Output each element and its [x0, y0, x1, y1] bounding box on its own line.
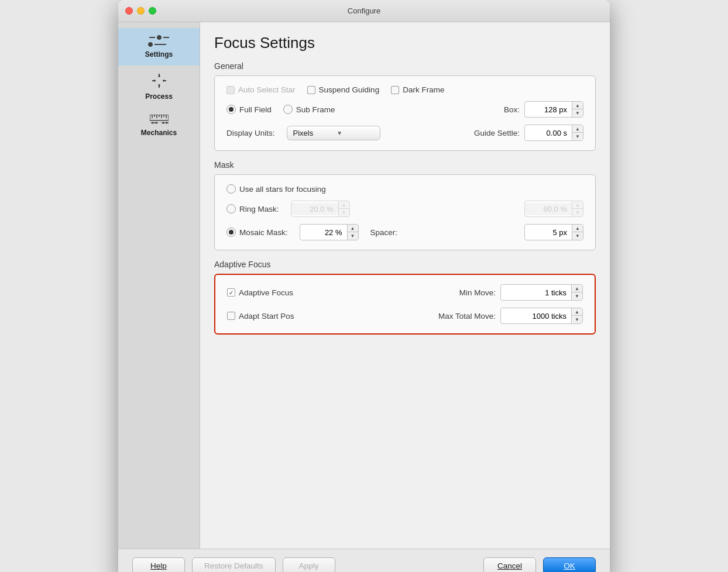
max-total-move-input[interactable]: 1000 ticks: [501, 310, 571, 322]
restore-defaults-button[interactable]: Restore Defaults: [192, 557, 276, 572]
process-icon: [151, 73, 167, 89]
guide-settle-input[interactable]: 0.00 s: [525, 127, 572, 139]
maximize-button[interactable]: [149, 7, 156, 15]
adaptive-focus-outer-label: Adaptive Focus: [214, 260, 596, 269]
use-all-stars-group: Use all stars for focusing: [226, 184, 326, 194]
content-area: Focus Settings General Auto Select Star …: [200, 22, 610, 549]
sub-frame-label: Sub Frame: [296, 105, 335, 114]
use-all-stars-radio[interactable]: [226, 184, 236, 194]
spacer-label: Spacer:: [370, 228, 398, 237]
mosaic-mask-label: Mosaic Mask:: [239, 228, 288, 237]
ring-mask-spin-down-2[interactable]: ▼: [572, 209, 583, 216]
sidebar-item-settings[interactable]: Settings: [118, 28, 200, 66]
window-title: Configure: [348, 6, 380, 15]
close-button[interactable]: [125, 7, 133, 15]
ring-mask-spin-down-1[interactable]: ▼: [339, 209, 349, 216]
mechanics-icon: [150, 115, 169, 125]
sub-frame-radio[interactable]: [283, 105, 293, 114]
ring-mask-input-2[interactable]: 80.0 %: [525, 203, 572, 215]
sub-frame-group: Sub Frame: [283, 105, 335, 114]
help-button[interactable]: Help: [132, 557, 185, 572]
spacer-spinfield[interactable]: 5 px ▲ ▼: [524, 224, 583, 240]
settings-icon: [149, 35, 169, 47]
display-units-dropdown[interactable]: Pixels ▼: [287, 126, 380, 140]
sidebar-item-mechanics[interactable]: Mechanics: [118, 108, 200, 144]
ring-mask-spin-up-1[interactable]: ▲: [339, 201, 349, 209]
general-label: General: [214, 61, 596, 71]
mosaic-mask-input[interactable]: 22 %: [300, 226, 347, 239]
mask-label: Mask: [214, 160, 596, 170]
max-total-move-label: Max Total Move:: [438, 312, 496, 321]
suspend-guiding-checkbox[interactable]: [307, 86, 315, 94]
auto-select-star-label: Auto Select Star: [238, 85, 296, 94]
cancel-button[interactable]: Cancel: [483, 557, 536, 572]
guide-settle-label: Guide Settle:: [474, 129, 520, 137]
ok-button[interactable]: OK: [543, 557, 596, 572]
box-field-group: Box: 128 px ▲ ▼: [504, 101, 583, 118]
adapt-start-pos-checkbox[interactable]: [227, 312, 235, 320]
sidebar-item-process[interactable]: Process: [118, 66, 200, 108]
guide-settle-spin-down[interactable]: ▼: [572, 133, 583, 140]
min-move-spinfield[interactable]: 1 ticks ▲ ▼: [500, 284, 583, 301]
mask-row-3: Mosaic Mask: 22 % ▲ ▼ Spacer: 5 px: [226, 224, 583, 240]
sidebar-process-label: Process: [145, 92, 173, 101]
svg-marker-4: [158, 74, 160, 77]
max-total-move-group: Max Total Move: 1000 ticks ▲ ▼: [438, 308, 583, 324]
mosaic-mask-spinfield[interactable]: 22 % ▲ ▼: [300, 224, 359, 240]
max-total-move-spinfield[interactable]: 1000 ticks ▲ ▼: [500, 308, 583, 324]
mask-section: Use all stars for focusing Ring Mask: 20…: [214, 174, 596, 250]
full-field-group: Full Field: [226, 105, 272, 114]
use-all-stars-label: Use all stars for focusing: [239, 185, 326, 194]
adaptive-focus-check-label: Adaptive Focus: [239, 288, 293, 297]
mosaic-mask-group: Mosaic Mask:: [226, 228, 288, 237]
ring-mask-spin-buttons-1: ▲ ▼: [338, 201, 349, 216]
min-move-spin-down[interactable]: ▼: [572, 292, 582, 300]
min-move-spin-buttons: ▲ ▼: [571, 285, 582, 300]
general-row-2: Full Field Sub Frame Box: 128 px ▲: [226, 101, 583, 118]
traffic-lights: [125, 7, 156, 15]
mosaic-mask-spin-up[interactable]: ▲: [348, 225, 358, 232]
box-input[interactable]: 128 px: [525, 104, 572, 116]
adaptive-focus-section: Adaptive Focus Min Move: 1 ticks ▲ ▼: [214, 274, 596, 335]
spacer-input[interactable]: 5 px: [525, 226, 572, 239]
auto-select-star-checkbox[interactable]: [226, 86, 235, 94]
guide-settle-spinfield[interactable]: 0.00 s ▲ ▼: [524, 125, 583, 141]
apply-button[interactable]: Apply: [283, 557, 335, 572]
box-spin-down[interactable]: ▼: [572, 109, 583, 117]
ring-mask-input-1[interactable]: 20.0 %: [291, 203, 338, 215]
suspend-guiding-group: Suspend Guiding: [307, 85, 380, 94]
adapt-start-pos-group: Adapt Start Pos: [227, 312, 294, 321]
min-move-spin-up[interactable]: ▲: [572, 285, 582, 292]
box-spin-up[interactable]: ▲: [572, 102, 583, 109]
ring-mask-spinfield-2[interactable]: 80.0 % ▲ ▼: [524, 201, 583, 217]
ring-mask-spinfield-1[interactable]: 20.0 % ▲ ▼: [291, 201, 350, 217]
ring-mask-spin-up-2[interactable]: ▲: [572, 201, 583, 209]
spacer-spin-up[interactable]: ▲: [572, 225, 583, 232]
spacer-spin-buttons: ▲ ▼: [572, 225, 583, 240]
guide-settle-spin-up[interactable]: ▲: [572, 125, 583, 133]
mosaic-mask-spin-down[interactable]: ▼: [348, 232, 358, 240]
ring-mask-radio[interactable]: [226, 204, 236, 213]
min-move-input[interactable]: 1 ticks: [501, 287, 571, 299]
max-total-move-spin-down[interactable]: ▼: [572, 316, 582, 323]
minimize-button[interactable]: [137, 7, 145, 15]
full-field-radio[interactable]: [226, 105, 236, 114]
dropdown-arrow-icon: ▼: [336, 130, 342, 136]
mosaic-mask-radio[interactable]: [226, 228, 236, 237]
sidebar-settings-label: Settings: [145, 50, 173, 58]
dark-frame-checkbox[interactable]: [391, 86, 399, 94]
max-total-move-spin-buttons: ▲ ▼: [571, 308, 582, 323]
ring-mask-spin-buttons-2: ▲ ▼: [572, 201, 583, 216]
suspend-guiding-label: Suspend Guiding: [319, 85, 380, 94]
guide-settle-spin-buttons: ▲ ▼: [572, 125, 583, 140]
svg-marker-5: [158, 85, 160, 88]
box-spin-buttons: ▲ ▼: [572, 102, 583, 117]
adaptive-focus-check-group: Adaptive Focus: [227, 288, 293, 297]
adaptive-focus-row-2: Adapt Start Pos Max Total Move: 1000 tic…: [227, 308, 583, 324]
box-label: Box:: [504, 105, 520, 114]
spacer-spin-down[interactable]: ▼: [572, 232, 583, 240]
box-spinfield[interactable]: 128 px ▲ ▼: [524, 101, 583, 118]
max-total-move-spin-up[interactable]: ▲: [572, 308, 582, 316]
ring-mask-group: Ring Mask:: [226, 204, 279, 213]
adaptive-focus-checkbox[interactable]: [227, 288, 235, 297]
